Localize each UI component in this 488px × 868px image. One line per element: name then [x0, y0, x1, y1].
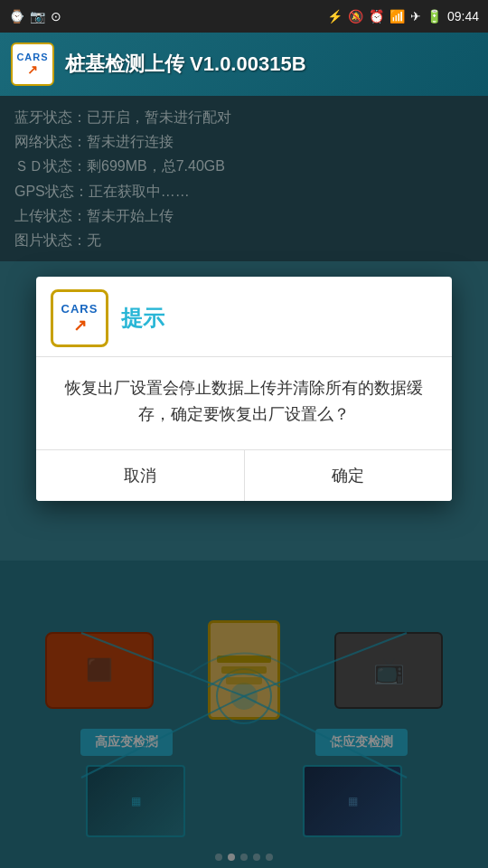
dialog-overlay: CARS ↗ 提示 恢复出厂设置会停止数据上传并清除所有的数据缓存，确定要恢复出…	[0, 96, 488, 868]
dialog-icon-arrow: ↗	[73, 316, 87, 335]
dialog-message: 恢复出厂设置会停止数据上传并清除所有的数据缓存，确定要恢复出厂设置么？	[58, 375, 430, 428]
app-logo: CARS ↗	[11, 42, 54, 86]
record-icon: ⊙	[51, 9, 61, 24]
time-display: 09:44	[447, 9, 479, 24]
dialog-icon-cars-text: CARS	[61, 302, 99, 316]
watch-icon: ⌚	[9, 9, 24, 24]
app-header: CARS ↗ 桩基检测上传 V1.0.00315B	[0, 33, 488, 96]
dialog-buttons: 取消 确定	[36, 449, 452, 501]
app-icon: 📷	[30, 9, 45, 24]
status-bar: ⌚ 📷 ⊙ ⚡ 🔕 ⏰ 📶 ✈ 🔋 09:44	[0, 0, 488, 33]
dialog-title: 提示	[121, 304, 164, 333]
wifi-icon: 📶	[389, 9, 405, 24]
airplane-icon: ✈	[410, 9, 421, 24]
bluetooth-icon: ⚡	[327, 9, 343, 24]
confirm-button[interactable]: 确定	[245, 450, 453, 501]
dialog: CARS ↗ 提示 恢复出厂设置会停止数据上传并清除所有的数据缓存，确定要恢复出…	[36, 277, 452, 501]
cancel-button[interactable]: 取消	[36, 450, 245, 501]
logo-cars-text: CARS	[16, 52, 48, 62]
status-right-icons: ⚡ 🔕 ⏰ 📶 ✈ 🔋 09:44	[327, 9, 479, 24]
app-title: 桩基检测上传 V1.0.00315B	[65, 51, 306, 78]
status-left-icons: ⌚ 📷 ⊙	[9, 9, 61, 24]
alarm-icon: ⏰	[369, 9, 384, 24]
main-content: 蓝牙状态：已开启，暂未进行配对 网络状态：暂未进行连接 ＳＤ状态：剩699MB，…	[0, 96, 488, 868]
dialog-app-icon: CARS ↗	[51, 289, 108, 347]
dialog-body: 恢复出厂设置会停止数据上传并清除所有的数据缓存，确定要恢复出厂设置么？	[36, 357, 452, 449]
battery-icon: 🔋	[427, 9, 442, 24]
dialog-header: CARS ↗ 提示	[36, 277, 452, 357]
mute-icon: 🔕	[348, 9, 363, 24]
logo-arrow: ↗	[27, 62, 38, 77]
